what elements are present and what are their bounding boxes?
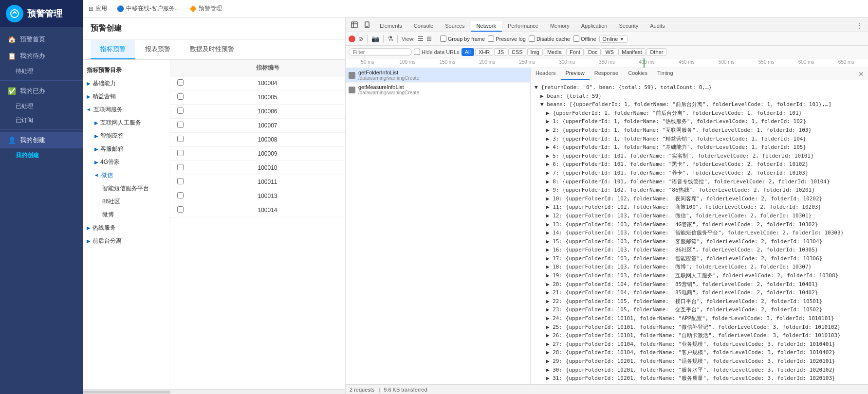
detail-tab-cookies[interactable]: Cookies — [623, 68, 652, 80]
sidebar-item-pending[interactable]: 待处理 — [0, 64, 83, 78]
group-by-frame-checkbox[interactable] — [440, 36, 446, 42]
table-row[interactable]: 100005 — [170, 90, 345, 105]
devtools-tab-sources[interactable]: Sources — [439, 21, 470, 32]
disable-cache-checkbox[interactable] — [529, 36, 535, 42]
filter-icon[interactable]: ⚗ — [388, 35, 393, 42]
tab-data[interactable]: 数据及时性预警 — [180, 40, 244, 59]
topbar-apps[interactable]: ⊞ 应用 — [89, 4, 107, 13]
tree-email[interactable]: ▶ 客服邮箱 — [91, 143, 170, 156]
json-line[interactable]: ▼ beans: [{upperFolderId: 1, folderName:… — [535, 100, 864, 109]
row-check[interactable] — [170, 136, 190, 143]
horizontal-scrollbar[interactable] — [83, 389, 345, 394]
devtools-more-btn[interactable]: ⋮ — [853, 20, 865, 32]
json-line[interactable]: ▶ 5: {upperFolderId: 101, folderName: "实… — [535, 152, 864, 161]
table-row[interactable]: 100013 — [170, 189, 345, 203]
json-line[interactable]: ▶ 22: {upperFolderId: 105, folderName: "… — [535, 297, 864, 306]
filter-btn-other[interactable]: Other — [646, 48, 667, 56]
filter-btn-js[interactable]: JS — [494, 48, 507, 56]
offline-label[interactable]: Offline — [573, 36, 596, 42]
json-line[interactable]: ▶ bean: {total: 59} — [535, 92, 864, 101]
devtools-tab-memory[interactable]: Memory — [544, 21, 575, 32]
json-line[interactable]: ▶ 25: {upperFolderId: 10101, folderName:… — [535, 323, 864, 332]
json-line[interactable]: ▶ 30: {upperFolderId: 10201, folderName:… — [535, 366, 864, 375]
detail-tab-preview[interactable]: Preview — [561, 68, 590, 80]
sidebar-item-created[interactable]: 我的创建 — [0, 148, 83, 162]
filter-btn-manifest[interactable]: Manifest — [618, 48, 646, 56]
json-line[interactable]: ▶ 16: {upperFolderId: 103, folderName: "… — [535, 246, 864, 254]
row-checkbox[interactable] — [177, 206, 184, 213]
json-line[interactable]: ▶ 19: {upperFolderId: 103, folderName: "… — [535, 271, 864, 280]
hide-data-urls-label[interactable]: Hide data URLs — [414, 49, 460, 55]
row-checkbox[interactable] — [177, 178, 184, 184]
json-line[interactable]: ▼ {returnCode: "0", bean: {total: 59}, t… — [535, 83, 864, 92]
table-row[interactable]: 100004 — [170, 76, 345, 90]
offline-checkbox[interactable] — [573, 36, 579, 42]
json-line[interactable]: ▶ 29: {upperFolderId: 10201, folderName:… — [535, 357, 864, 366]
row-checkbox[interactable] — [177, 93, 184, 100]
filter-btn-xhr[interactable]: XHR — [475, 48, 493, 56]
devtools-tab-console[interactable]: Console — [408, 21, 439, 32]
table-row[interactable]: 100006 — [170, 105, 345, 119]
sidebar-item-todo[interactable]: 📋 我的待办 — [0, 48, 83, 64]
stop-icon[interactable]: ⊘ — [358, 36, 363, 42]
group-by-frame-label[interactable]: Group by frame — [440, 36, 485, 42]
devtools-tab-security[interactable]: Security — [613, 21, 644, 32]
sidebar-item-mywork[interactable]: ✅ 我的已办 — [0, 83, 83, 99]
json-line[interactable]: ▶ 24: {upperFolderId: 10101, folderName:… — [535, 314, 864, 323]
view-large-btn[interactable]: ⊞ — [426, 35, 432, 42]
sidebar-item-subscribed[interactable]: 已订阅 — [0, 113, 83, 127]
tree-86she[interactable]: 86社区 — [98, 195, 170, 208]
tree-smart-sms[interactable]: 智能短信服务平台 — [98, 182, 170, 195]
record-btn[interactable] — [349, 36, 355, 42]
tree-marketing[interactable]: ▶ 精益营销 — [83, 90, 170, 103]
filter-btn-ws[interactable]: WS — [602, 48, 617, 56]
json-line[interactable]: ▶ 8: {upperFolderId: 101, folderName: "语… — [535, 178, 864, 186]
json-line[interactable]: ▶ 20: {upperFolderId: 104, folderName: "… — [535, 280, 864, 289]
tree-internet-person[interactable]: ▶ 互联网人工服务 — [91, 116, 170, 129]
row-check[interactable] — [170, 178, 190, 186]
json-line[interactable]: ▶ 4: {upperFolderId: 1, folderName: "基础能… — [535, 143, 864, 152]
tree-weibo[interactable]: 微博 — [98, 208, 170, 221]
json-line[interactable]: ▶ 23: {upperFolderId: 105, folderName: "… — [535, 305, 864, 314]
json-line[interactable]: ▶ 1: {upperFolderId: 1, folderName: "热线服… — [535, 117, 864, 126]
req-item-1[interactable]: getFolderInfoList /datawarning/warningCr… — [346, 68, 530, 83]
row-check[interactable] — [170, 206, 190, 214]
json-line[interactable]: ▶ 27: {upperFolderId: 10104, folderName:… — [535, 340, 864, 349]
detail-tab-response[interactable]: Response — [590, 68, 624, 80]
row-check[interactable] — [170, 93, 190, 101]
sidebar-item-home[interactable]: 🏠 预警首页 — [0, 31, 83, 48]
tab-report[interactable]: 报表预警 — [135, 40, 180, 59]
tree-basic[interactable]: ▶ 基础能力 — [83, 77, 170, 90]
table-row[interactable]: 100009 — [170, 147, 345, 161]
row-checkbox[interactable] — [177, 192, 184, 198]
json-line[interactable]: ▶ 9: {upperFolderId: 102, folderName: "8… — [535, 186, 864, 195]
json-line[interactable]: ▶ {upperFolderId: 1, folderName: "前后台分离"… — [535, 109, 864, 118]
disable-cache-label[interactable]: Disable cache — [529, 36, 570, 42]
row-checkbox[interactable] — [177, 164, 184, 170]
tree-hotline[interactable]: ▶ 热线服务 — [83, 221, 170, 234]
filter-btn-font[interactable]: Font — [566, 48, 584, 56]
devtools-tab-network[interactable]: Network — [471, 21, 502, 32]
tree-4g-home[interactable]: ▶ 4G管家 — [91, 156, 170, 169]
row-checkbox[interactable] — [177, 150, 184, 156]
scroll-thumb[interactable] — [83, 391, 170, 394]
json-line[interactable]: ▶ 31: {upperFolderId: 10201, folderName:… — [535, 374, 864, 383]
filter-btn-media[interactable]: Media — [544, 48, 565, 56]
row-checkbox[interactable] — [177, 79, 184, 86]
json-line[interactable]: ▶ 11: {upperFolderId: 102, folderName: "… — [535, 203, 864, 212]
tree-internet[interactable]: ▼ 互联网服务 — [83, 103, 170, 116]
preserve-log-checkbox[interactable] — [488, 36, 494, 42]
preserve-log-label[interactable]: Preserve log — [488, 36, 526, 42]
table-row[interactable]: 100010 — [170, 161, 345, 175]
topbar-china-mobile[interactable]: 🔵 中移在线-客户服务... — [117, 4, 180, 13]
tree-smart-response[interactable]: ▶ 智能应答 — [91, 129, 170, 143]
json-line[interactable]: ▶ 6: {upperFolderId: 101, folderName: "黑… — [535, 160, 864, 169]
devtools-tab-audits[interactable]: Audits — [644, 21, 671, 32]
json-line[interactable]: ▶ 28: {upperFolderId: 10104, folderName:… — [535, 348, 864, 357]
devtools-tab-application[interactable]: Application — [575, 21, 613, 32]
sidebar-item-done[interactable]: 已处理 — [0, 99, 83, 113]
table-row[interactable]: 100008 — [170, 133, 345, 147]
json-line[interactable]: ▶ 26: {upperFolderId: 10101, folderName:… — [535, 331, 864, 340]
devtools-inspect-btn[interactable] — [349, 19, 360, 31]
topbar-warning[interactable]: 🔶 预警管理 — [189, 4, 222, 13]
